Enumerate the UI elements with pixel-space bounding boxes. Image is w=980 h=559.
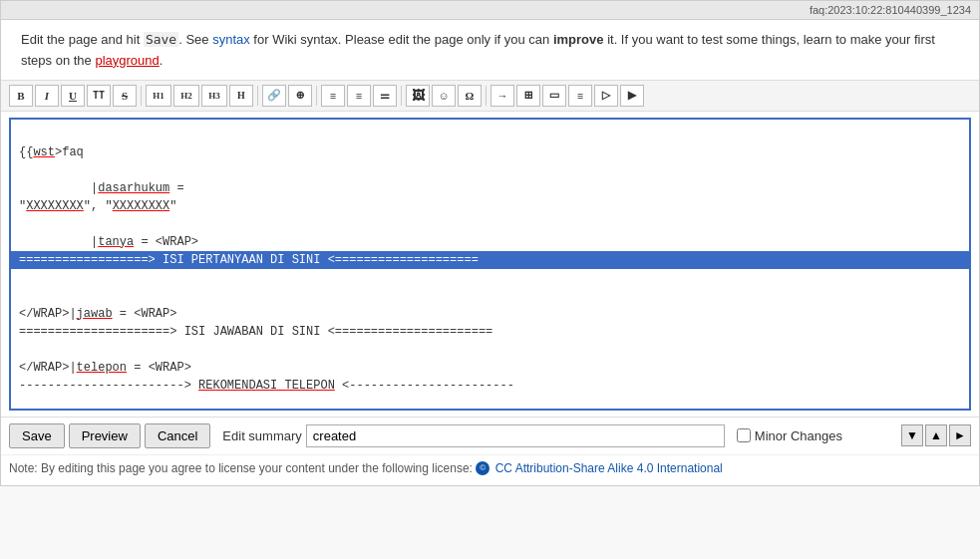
h3-btn[interactable]: H3: [201, 85, 227, 107]
toolbar-sep-4: [401, 86, 402, 106]
note-bar: Note: By editing this page you agree to …: [1, 454, 979, 486]
editor-line-14: [19, 397, 26, 409]
footnote-btn[interactable]: →: [490, 85, 514, 107]
table2-btn[interactable]: ⊞: [516, 85, 540, 107]
media-btn[interactable]: ⊕: [288, 85, 312, 107]
editor-line-10: =====================> ISI JAWABAN DI SI…: [19, 325, 492, 339]
editor-line-11: [19, 343, 26, 357]
toolbar-sep-5: [486, 86, 487, 106]
media2-btn[interactable]: ▶: [620, 85, 644, 107]
h2-btn[interactable]: H2: [173, 85, 199, 107]
nav-up-btn[interactable]: ▲: [925, 424, 947, 446]
info-bar: Edit the page and hit Save. See syntax f…: [1, 20, 979, 80]
minor-changes-checkbox[interactable]: [737, 428, 751, 442]
cc-icon: ©: [476, 461, 490, 475]
editor-line-8: [19, 289, 26, 303]
nav-buttons: ▼ ▲ ►: [901, 424, 971, 446]
link-btn[interactable]: 🔗: [262, 85, 286, 107]
editor-area: {{wst>faq |dasarhukum = "XXXXXXXX", "XXX…: [9, 118, 971, 411]
info-text-1: Edit the page and hit Save. See syntax f…: [21, 32, 935, 68]
save-button[interactable]: Save: [9, 423, 65, 448]
underline-btn[interactable]: U: [61, 85, 85, 107]
monospace-btn[interactable]: TT: [87, 85, 111, 107]
toolbar-sep-1: [141, 86, 142, 106]
editor-line-13: -----------------------> REKOMENDASI TEL…: [19, 379, 514, 393]
table-btn[interactable]: ⚌: [373, 85, 397, 107]
playground-link[interactable]: playground: [95, 53, 159, 68]
edit-summary-label: Edit summary: [222, 428, 301, 443]
image-btn[interactable]: 🖼: [406, 85, 430, 107]
editor-line-4: "XXXXXXXX", "XXXXXXXX": [19, 199, 176, 213]
editor-line-5: [19, 217, 26, 231]
page-wrapper: faq:2023:10:22:810440399_1234 Edit the p…: [0, 0, 980, 486]
ol-btn[interactable]: ≡: [321, 85, 345, 107]
toolbar-sep-3: [316, 86, 317, 106]
toolbar: B I U TT S H1 H2 H3 H 🔗 ⊕ ≡ ≡ ⚌ 🖼 ☺ Ω → …: [1, 80, 979, 112]
license-link[interactable]: CC Attribution-Share Alike 4.0 Internati…: [495, 461, 723, 475]
bold-btn[interactable]: B: [9, 85, 33, 107]
italic-btn[interactable]: I: [35, 85, 59, 107]
editor-line-6: |tanya = <WRAP>: [19, 235, 198, 249]
nav-next-btn[interactable]: ►: [949, 424, 971, 446]
save-code: Save: [144, 32, 178, 47]
h1-btn[interactable]: H1: [146, 85, 171, 107]
nav-prev-btn[interactable]: ▼: [901, 424, 923, 446]
note-text: Note: By editing this page you agree to …: [9, 461, 476, 475]
smiley-btn[interactable]: ☺: [432, 85, 456, 107]
edit-summary-input[interactable]: [306, 424, 725, 447]
minor-changes-area: Minor Changes: [737, 428, 842, 443]
action-bar: Save Preview Cancel Edit summary Minor C…: [1, 417, 979, 454]
toolbar-sep-2: [257, 86, 258, 106]
preview-button[interactable]: Preview: [69, 423, 141, 448]
syntax-link[interactable]: syntax: [212, 32, 250, 47]
strikethrough-btn[interactable]: S: [113, 85, 137, 107]
editor-line-1: {{wst>faq: [19, 145, 84, 159]
code-btn[interactable]: ▷: [594, 85, 618, 107]
ul-btn[interactable]: ≡: [347, 85, 371, 107]
editor-line-2: [19, 163, 26, 177]
editor-line-3: |dasarhukum =: [19, 181, 184, 195]
format-btn[interactable]: ≡: [568, 85, 592, 107]
editor-highlighted-line: ==================> ISI PERTANYAAN DI SI…: [11, 251, 969, 269]
h-btn[interactable]: H: [229, 85, 253, 107]
page-id: faq:2023:10:22:810440399_1234: [810, 4, 971, 16]
minor-changes-label: Minor Changes: [755, 428, 842, 443]
improve-text: improve: [553, 32, 604, 47]
top-bar: faq:2023:10:22:810440399_1234: [1, 1, 979, 20]
hr-btn[interactable]: ▭: [542, 85, 566, 107]
editor-content[interactable]: {{wst>faq |dasarhukum = "XXXXXXXX", "XXX…: [11, 120, 969, 409]
special-btn[interactable]: Ω: [458, 85, 482, 107]
editor-line-9: </WRAP>|jawab = <WRAP>: [19, 307, 176, 321]
editor-line-12: </WRAP>|telepon = <WRAP>: [19, 361, 191, 375]
cancel-button[interactable]: Cancel: [145, 423, 210, 448]
